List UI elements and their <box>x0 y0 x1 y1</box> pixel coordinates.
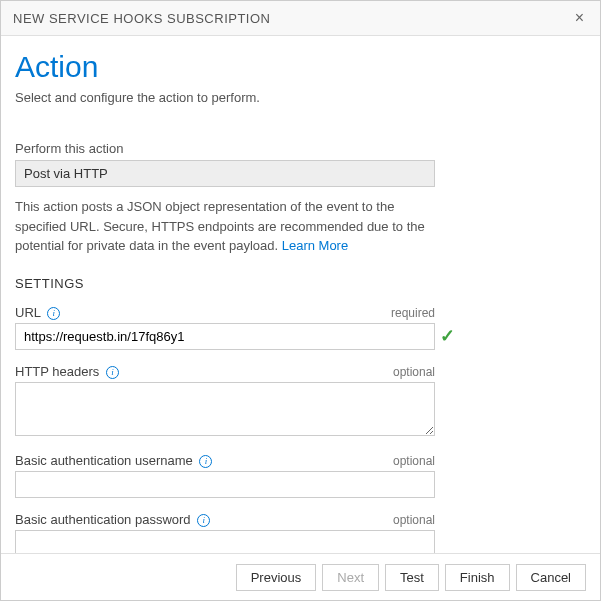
next-button: Next <box>322 564 379 591</box>
action-description-text: This action posts a JSON object represen… <box>15 199 425 253</box>
dialog-title: NEW SERVICE HOOKS SUBSCRIPTION <box>13 11 270 26</box>
action-label: Perform this action <box>15 141 576 156</box>
cancel-button[interactable]: Cancel <box>516 564 586 591</box>
page-subtitle: Select and configure the action to perfo… <box>15 90 576 105</box>
password-tag: optional <box>393 513 435 527</box>
info-icon[interactable]: i <box>47 307 60 320</box>
check-icon: ✓ <box>440 325 455 347</box>
headers-row: HTTP headers i optional <box>15 364 435 439</box>
headers-label: HTTP headers <box>15 364 99 379</box>
url-label: URL <box>15 305 41 320</box>
finish-button[interactable]: Finish <box>445 564 510 591</box>
username-tag: optional <box>393 454 435 468</box>
dialog-content: Action Select and configure the action t… <box>1 36 600 553</box>
learn-more-link[interactable]: Learn More <box>282 238 348 253</box>
username-label: Basic authentication username <box>15 453 193 468</box>
action-description: This action posts a JSON object represen… <box>15 197 435 256</box>
dialog-footer: Previous Next Test Finish Cancel <box>1 553 600 601</box>
url-tag: required <box>391 306 435 320</box>
username-input[interactable] <box>15 471 435 498</box>
dialog-header: NEW SERVICE HOOKS SUBSCRIPTION × <box>1 1 600 36</box>
headers-input[interactable] <box>15 382 435 436</box>
info-icon[interactable]: i <box>197 514 210 527</box>
previous-button[interactable]: Previous <box>236 564 317 591</box>
password-input[interactable] <box>15 530 435 553</box>
url-row: URL i required ✓ <box>15 305 435 350</box>
password-row: Basic authentication password i optional <box>15 512 435 553</box>
settings-heading: SETTINGS <box>15 276 576 291</box>
info-icon[interactable]: i <box>199 455 212 468</box>
url-input[interactable] <box>15 323 435 350</box>
test-button[interactable]: Test <box>385 564 439 591</box>
close-icon[interactable]: × <box>571 9 588 27</box>
username-row: Basic authentication username i optional <box>15 453 435 498</box>
info-icon[interactable]: i <box>106 366 119 379</box>
page-title: Action <box>15 50 576 84</box>
headers-tag: optional <box>393 365 435 379</box>
password-label: Basic authentication password <box>15 512 191 527</box>
action-select[interactable]: Post via HTTP <box>15 160 435 187</box>
